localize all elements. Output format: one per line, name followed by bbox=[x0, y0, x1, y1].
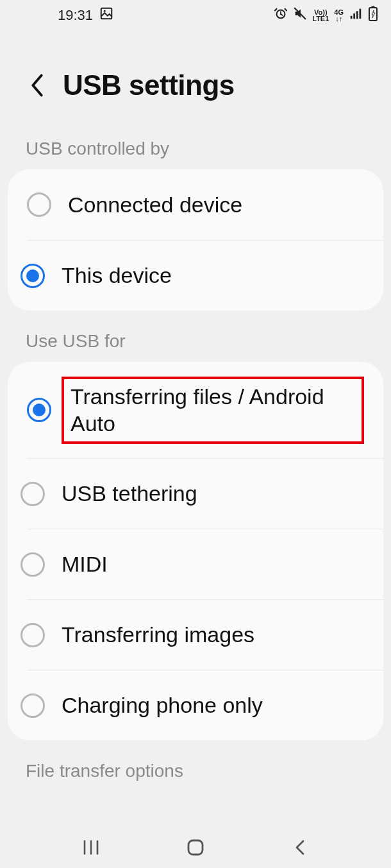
svg-rect-4 bbox=[353, 13, 355, 19]
mute-icon bbox=[293, 6, 307, 24]
page-title: USB settings bbox=[63, 69, 235, 101]
svg-rect-5 bbox=[356, 11, 358, 19]
network-4g-icon: 4G↓↑ bbox=[334, 9, 344, 22]
svg-rect-0 bbox=[101, 8, 112, 19]
radio-connected-device[interactable]: Connected device bbox=[8, 169, 383, 240]
svg-point-1 bbox=[104, 10, 106, 12]
page-header: USB settings bbox=[0, 31, 391, 127]
radio-label: Charging phone only bbox=[62, 692, 263, 719]
radio-label: Transferring files / Android Auto bbox=[71, 383, 355, 438]
radio-this-device[interactable]: This device bbox=[27, 240, 383, 311]
section-file-transfer-options-label: File transfer options bbox=[0, 749, 391, 792]
picture-icon bbox=[99, 6, 113, 24]
radio-icon bbox=[21, 552, 45, 577]
recents-button[interactable] bbox=[78, 835, 104, 860]
card-usb-controlled-by: Connected device This device bbox=[8, 169, 383, 311]
svg-rect-3 bbox=[351, 16, 353, 19]
radio-midi[interactable]: MIDI bbox=[27, 529, 383, 599]
radio-icon bbox=[21, 623, 45, 647]
svg-rect-8 bbox=[372, 6, 375, 8]
radio-icon bbox=[27, 192, 51, 217]
back-button[interactable] bbox=[24, 72, 50, 98]
nav-back-button[interactable] bbox=[287, 835, 313, 860]
radio-usb-tethering[interactable]: USB tethering bbox=[27, 458, 383, 529]
navigation-bar bbox=[0, 827, 391, 868]
volte-icon: Vo))LTE1 bbox=[312, 9, 329, 22]
radio-transferring-images[interactable]: Transferring images bbox=[27, 599, 383, 670]
status-time: 19:31 bbox=[58, 7, 93, 24]
radio-label: USB tethering bbox=[62, 480, 197, 507]
svg-rect-12 bbox=[188, 840, 203, 855]
radio-transferring-files[interactable]: Transferring files / Android Auto bbox=[8, 362, 383, 458]
radio-label: Transferring images bbox=[62, 621, 254, 649]
highlight-box: Transferring files / Android Auto bbox=[62, 377, 364, 444]
radio-icon bbox=[21, 694, 45, 718]
status-bar: 19:31 Vo))LTE1 4G↓↑ bbox=[0, 0, 391, 31]
home-button[interactable] bbox=[183, 835, 208, 860]
section-usb-controlled-by-label: USB controlled by bbox=[0, 127, 391, 169]
radio-label: Connected device bbox=[68, 191, 242, 219]
status-left: 19:31 bbox=[58, 6, 113, 24]
alarm-icon bbox=[274, 6, 288, 24]
radio-charging-only[interactable]: Charging phone only bbox=[27, 670, 383, 740]
radio-label: MIDI bbox=[62, 550, 108, 578]
radio-label: This device bbox=[62, 262, 172, 289]
radio-icon bbox=[21, 482, 45, 506]
card-use-usb-for: Transferring files / Android Auto USB te… bbox=[8, 362, 383, 740]
radio-icon bbox=[21, 264, 45, 288]
section-use-usb-for-label: Use USB for bbox=[0, 319, 391, 362]
radio-icon bbox=[27, 398, 51, 422]
status-right: Vo))LTE1 4G↓↑ bbox=[274, 6, 378, 25]
signal-icon bbox=[349, 6, 363, 24]
svg-rect-6 bbox=[360, 9, 362, 19]
battery-charging-icon bbox=[368, 6, 378, 25]
